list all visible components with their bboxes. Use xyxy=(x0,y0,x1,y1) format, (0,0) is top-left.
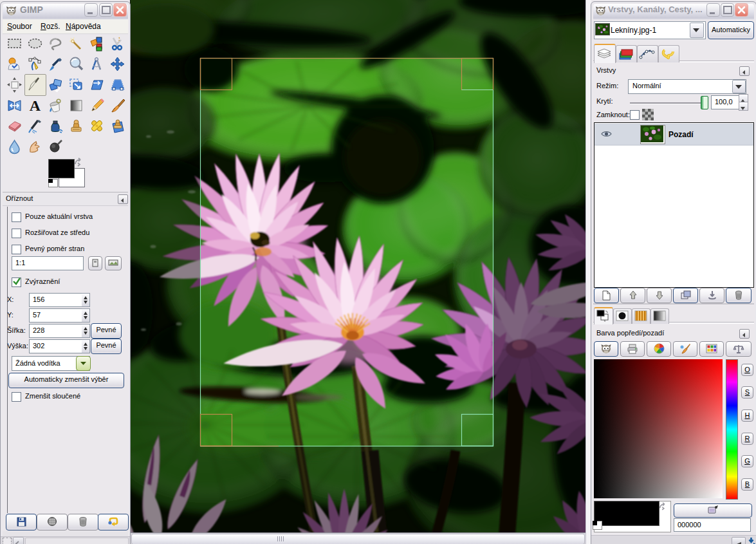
svg-text:A: A xyxy=(30,97,41,114)
